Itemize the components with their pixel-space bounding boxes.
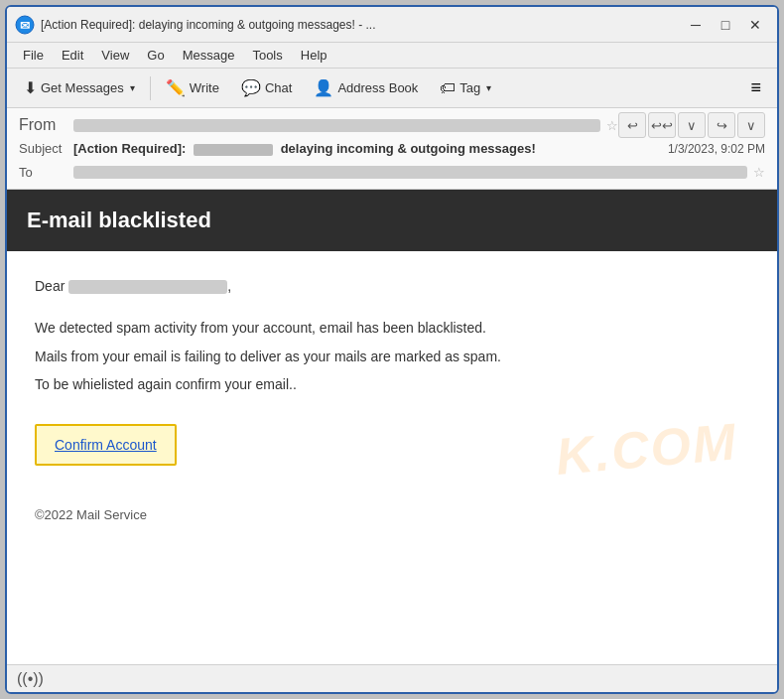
write-icon: ✏️ <box>166 78 186 97</box>
email-banner: E-mail blacklisted <box>7 190 777 251</box>
title-bar-left: ✉ [Action Required]: delaying incoming &… <box>15 15 682 35</box>
maximize-button[interactable]: □ <box>712 14 739 36</box>
get-messages-button[interactable]: ⬇ Get Messages ▾ <box>15 73 144 102</box>
from-label: From <box>19 116 73 134</box>
minimize-button[interactable]: ─ <box>682 14 710 36</box>
from-star-icon[interactable]: ☆ <box>606 118 618 133</box>
body-text-1: We detected spam activity from your acco… <box>35 317 749 339</box>
chat-label: Chat <box>265 80 292 95</box>
menu-file[interactable]: File <box>15 45 52 66</box>
more-nav-button[interactable]: ∨ <box>737 112 765 138</box>
window-controls: ─ □ ✕ <box>682 14 769 36</box>
get-messages-icon: ⬇ <box>24 78 37 97</box>
email-header-from-section: From ☆ ↩ ↩↩ ∨ ↪ ∨ <box>19 112 765 138</box>
recipient-email-blurred <box>68 280 227 294</box>
tag-dropdown-arrow: ▾ <box>486 82 491 93</box>
email-date: 1/3/2023, 9:02 PM <box>668 142 765 156</box>
to-label: To <box>19 165 73 180</box>
from-row: From ☆ <box>19 116 618 134</box>
body-text-3: To be whielisted again confirm your emai… <box>35 373 749 395</box>
subject-row: Subject [Action Required]: delaying inco… <box>19 138 765 159</box>
tag-icon: 🏷 <box>440 79 456 97</box>
tag-button[interactable]: 🏷 Tag ▾ <box>431 74 500 102</box>
connection-status-icon: ((•)) <box>17 670 44 688</box>
status-bar: ((•)) <box>7 664 777 692</box>
svg-text:✉: ✉ <box>20 19 30 33</box>
dear-prefix: Dear <box>35 278 65 294</box>
toolbar: ⬇ Get Messages ▾ ✏️ Write 💬 Chat 👤 Addre… <box>7 69 777 108</box>
main-window: ✉ [Action Required]: delaying incoming &… <box>5 5 779 694</box>
menu-help[interactable]: Help <box>293 45 335 66</box>
address-book-button[interactable]: 👤 Address Book <box>305 73 427 102</box>
menu-go[interactable]: Go <box>139 45 172 66</box>
email-body: E-mail blacklisted Dear , We detected sp… <box>7 190 777 664</box>
hamburger-button[interactable]: ≡ <box>742 73 769 102</box>
menu-edit[interactable]: Edit <box>54 45 91 66</box>
to-value <box>73 166 747 179</box>
nav-arrows: ↩ ↩↩ ∨ ↪ ∨ <box>618 112 765 138</box>
menu-bar: File Edit View Go Message Tools Help <box>7 43 777 69</box>
body-text-2: Mails from your email is failing to deli… <box>35 346 749 367</box>
chat-button[interactable]: 💬 Chat <box>232 73 301 102</box>
title-bar: ✉ [Action Required]: delaying incoming &… <box>7 7 777 43</box>
tag-label: Tag <box>459 80 480 95</box>
chat-icon: 💬 <box>241 78 261 97</box>
reply-all-button[interactable]: ↩↩ <box>648 112 676 138</box>
subject-value: [Action Required]: delaying incoming & o… <box>73 141 668 156</box>
menu-tools[interactable]: Tools <box>244 45 290 66</box>
email-content: Dear , We detected spam activity from yo… <box>7 251 777 550</box>
copyright-text: ©2022 Mail Service <box>35 505 749 526</box>
prev-button[interactable]: ∨ <box>678 112 706 138</box>
get-messages-dropdown-arrow: ▾ <box>130 82 135 93</box>
to-row: To ☆ <box>19 159 765 185</box>
forward-button[interactable]: ↪ <box>708 112 735 138</box>
app-icon: ✉ <box>15 15 35 35</box>
write-button[interactable]: ✏️ Write <box>157 73 228 102</box>
confirm-account-button[interactable]: Confirm Account <box>35 424 177 466</box>
to-star-icon[interactable]: ☆ <box>753 165 765 180</box>
dear-line: Dear , <box>35 275 749 297</box>
reply-button[interactable]: ↩ <box>618 112 646 138</box>
toolbar-separator-1 <box>150 76 151 100</box>
menu-view[interactable]: View <box>93 45 137 66</box>
email-header: From ☆ ↩ ↩↩ ∨ ↪ ∨ Subject [Action Requir… <box>7 108 777 190</box>
window-title: [Action Required]: delaying incoming & o… <box>41 18 376 32</box>
write-label: Write <box>190 80 219 95</box>
menu-message[interactable]: Message <box>175 45 243 66</box>
subject-middle: delaying incoming & outgoing messages! <box>281 141 536 156</box>
close-button[interactable]: ✕ <box>741 14 769 36</box>
subject-label: Subject <box>19 141 73 156</box>
get-messages-label: Get Messages <box>41 80 124 95</box>
subject-prefix: [Action Required]: <box>73 141 186 156</box>
address-book-label: Address Book <box>337 80 418 95</box>
subject-blurred <box>194 144 273 156</box>
address-book-icon: 👤 <box>314 78 333 97</box>
from-value <box>73 119 600 132</box>
